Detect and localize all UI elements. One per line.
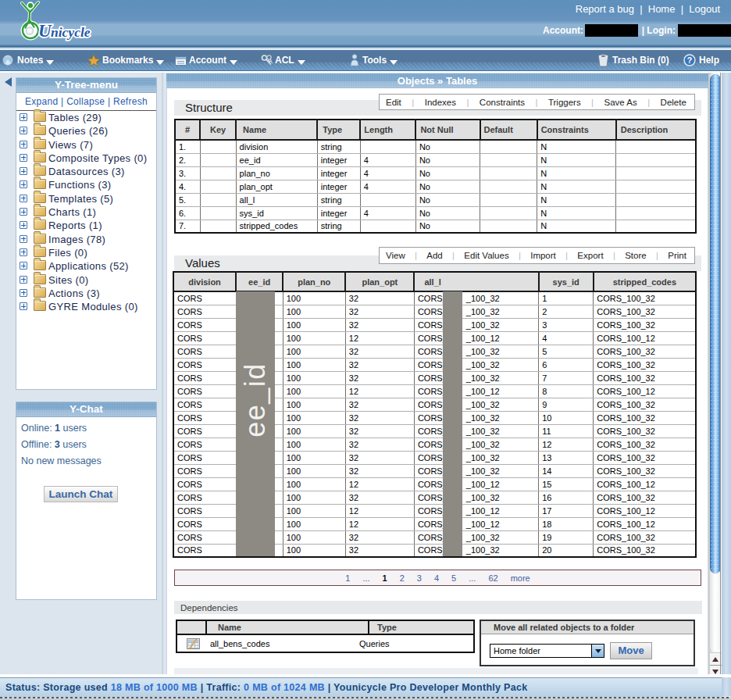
svg-text:?: ? [687, 55, 692, 65]
svg-text:nicycle: nicycle [51, 24, 91, 40]
